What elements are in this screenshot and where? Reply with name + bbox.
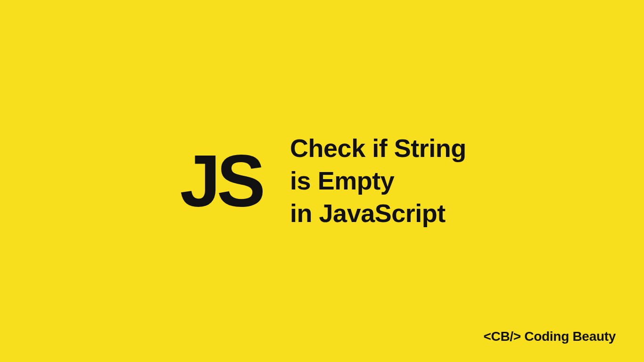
title-line-2: in JavaScript: [290, 197, 483, 230]
js-logo-badge: JS: [180, 144, 262, 217]
hero-content: JS Check if String is Empty in JavaScrip…: [161, 132, 483, 230]
title-line-1: Check if String is Empty: [290, 132, 483, 197]
article-title: Check if String is Empty in JavaScript: [290, 132, 483, 230]
brand-signature: <CB/> Coding Beauty: [483, 329, 616, 344]
